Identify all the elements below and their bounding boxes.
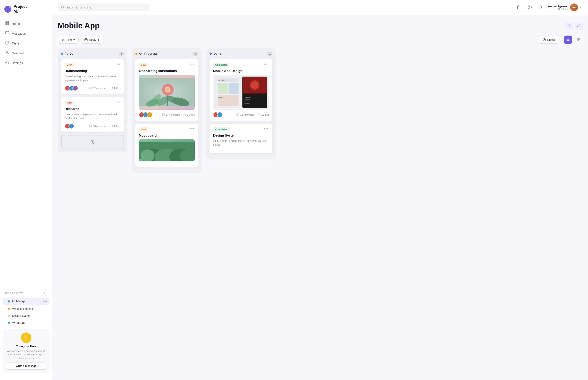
sidebar-item-tasks[interactable]: Tasks (3, 38, 50, 48)
column-header-on-progress: On Progress 2 (135, 52, 198, 56)
brand: ProjectM. ‹‹ (0, 4, 52, 19)
calendar-button[interactable] (515, 3, 524, 12)
svg-rect-0 (5, 21, 7, 23)
filter-chevron-icon: ▾ (73, 38, 75, 41)
mobile-app-design-badge: Completed (213, 63, 230, 67)
comments-count: 12 comments (89, 87, 107, 89)
chevron-down-icon: ▾ (580, 6, 581, 9)
research-desc: User research helps you to create an opt… (65, 112, 120, 120)
done-status-dot (210, 53, 212, 55)
svg-rect-45 (229, 83, 238, 94)
today-button[interactable]: Today ▾ (81, 36, 103, 44)
design-system-badge: Completed (213, 127, 230, 131)
thoughts-title: Thoughts Time (6, 345, 46, 348)
projects-section-label: MY PROJECTS (5, 292, 23, 294)
svg-text:Description: Description (244, 103, 250, 104)
user-name: Anima Agrawal (548, 5, 568, 8)
project-label-wireframe: Wireframe (12, 321, 25, 324)
card-design-system: Completed ••• Design System It just need… (210, 124, 272, 153)
sidebar-collapse-button[interactable]: ‹‹ (46, 7, 48, 11)
today-chevron-icon: ▾ (98, 38, 99, 41)
sidebar-item-settings[interactable]: Settings (3, 58, 50, 68)
share-button[interactable]: Share (538, 36, 559, 44)
card-moodboard: Low ••• Moodboard (135, 124, 198, 167)
file-icon (183, 114, 186, 116)
research-menu-button[interactable]: ••• (116, 100, 120, 104)
search-icon (61, 6, 65, 9)
sidebar-item-home[interactable]: Home (3, 19, 50, 28)
sidebar-item-members[interactable]: Members (3, 48, 50, 58)
project-dot-design-system (8, 315, 10, 317)
list-view-button[interactable] (564, 36, 572, 44)
mobile-app-design-title: Mobile App Design (213, 69, 269, 73)
research-avatars (65, 123, 73, 129)
done-column-title: Done (214, 52, 266, 56)
header: Search for anything... Anima Agrawal U.P… (52, 0, 588, 15)
sidebar-item-messages[interactable]: Messages (3, 29, 50, 38)
share-label: Share (547, 38, 555, 41)
share-icon (543, 38, 546, 41)
user-location: U.P, India (548, 8, 568, 10)
column-todo: To Do 2 Low ••• Brainstorming Brainstorm… (58, 48, 127, 152)
mobile-app-design-meta: 12 comments 15 files (236, 114, 269, 116)
grid-view-button[interactable] (574, 36, 583, 44)
main-area: Search for anything... Anima Agrawal U.P… (52, 0, 588, 380)
comment-icon (89, 87, 92, 89)
project-label-design-system: Design System (12, 314, 31, 317)
project-item-mobile-app[interactable]: Mobile App ••• (3, 298, 50, 305)
research-badge: High (65, 101, 74, 105)
thoughts-card: 💛 Thoughts Time We don't have any notice… (3, 329, 50, 373)
research-title: Research (65, 107, 120, 111)
grid-view-icon (577, 38, 580, 41)
board-header: Mobile App (58, 15, 583, 36)
mobile-app-design-menu-button[interactable]: ••• (264, 62, 269, 66)
brainstorming-menu-button[interactable]: ••• (116, 62, 120, 66)
done-column-count: 2 (267, 52, 272, 56)
project-item-wireframe[interactable]: Wireframe (3, 319, 50, 326)
svg-rect-46 (218, 95, 238, 106)
user-details: Anima Agrawal U.P, India (548, 5, 568, 10)
link-icon-button[interactable] (575, 22, 583, 30)
onboarding-avatars (139, 112, 151, 117)
user-profile[interactable]: Anima Agrawal U.P, India AA ▾ (546, 3, 583, 12)
svg-rect-9 (517, 6, 521, 9)
project-more-mobile-app[interactable]: ••• (43, 300, 47, 304)
research-footer: 10 comments 3 files (65, 123, 120, 129)
mobile-app-design-footer: 12 comments 15 files (213, 112, 269, 117)
todo-column-title: To Do (65, 52, 117, 56)
project-dot-mobile-app (8, 300, 10, 303)
brand-icon (4, 6, 11, 13)
add-project-button[interactable]: + (42, 291, 47, 296)
bell-icon (538, 5, 542, 10)
board-area: Mobile App Filter ▾ Today ▾ (52, 15, 588, 380)
app-screen-2: Papaver Somniferum Description (242, 76, 267, 108)
project-label-website-redesign: Website Redesign (12, 307, 35, 310)
svg-point-7 (7, 62, 8, 63)
edit-icon-button[interactable] (565, 22, 573, 30)
brainstorming-desc: Brainstorming brings team members' diver… (65, 74, 120, 82)
svg-rect-19 (577, 40, 579, 41)
plant-illustration (139, 139, 195, 161)
project-item-website-redesign[interactable]: Website Redesign (3, 305, 50, 312)
moodboard-badge: Low (139, 127, 148, 131)
comment-icon (236, 114, 239, 116)
comments-count: 12 comments (236, 114, 255, 116)
filter-icon (61, 38, 64, 41)
projects-header: MY PROJECTS + (0, 289, 52, 298)
search-bar[interactable]: Search for anything... (58, 3, 149, 11)
help-button[interactable] (525, 3, 534, 12)
design-system-menu-button[interactable]: ••• (264, 127, 269, 131)
notifications-button[interactable] (536, 3, 545, 12)
calendar-icon (517, 5, 521, 10)
moodboard-menu-button[interactable]: ••• (190, 127, 195, 131)
mobile-app-design-image: My Plants Category (213, 75, 269, 110)
avatar (217, 112, 223, 117)
project-item-design-system[interactable]: Design System (3, 312, 50, 319)
onboarding-menu-button[interactable]: ••• (190, 62, 195, 66)
add-card-button-todo[interactable] (61, 135, 124, 149)
comment-icon (162, 114, 165, 116)
write-message-button[interactable]: Write a message (6, 362, 46, 370)
svg-rect-2 (5, 23, 7, 25)
filter-button[interactable]: Filter ▾ (58, 36, 78, 44)
svg-rect-12 (85, 38, 87, 41)
